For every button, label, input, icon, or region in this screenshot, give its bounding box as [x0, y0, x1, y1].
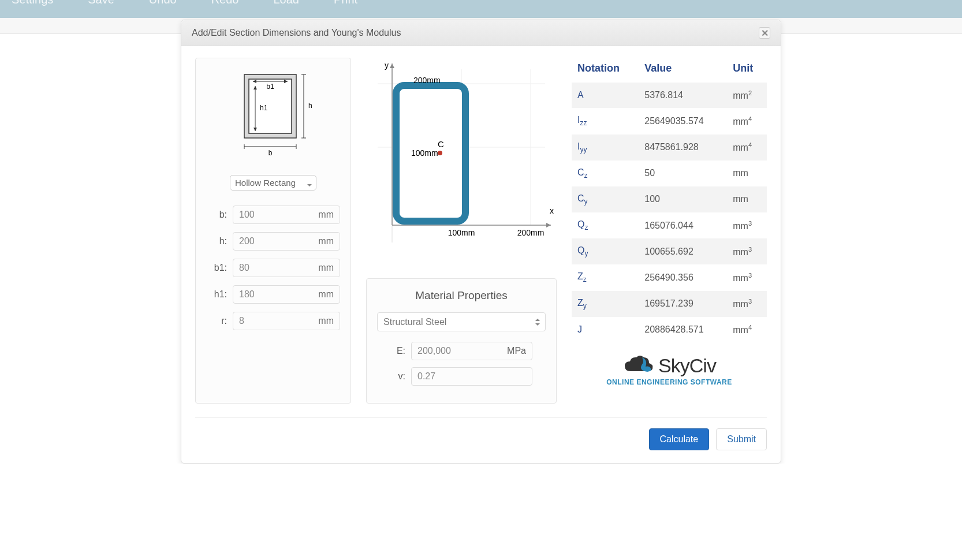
prop-value: 50 [639, 160, 727, 186]
svg-point-30 [438, 151, 442, 155]
logo-tagline: ONLINE ENGINEERING SOFTWARE [572, 378, 767, 386]
prop-value: 100655.692 [639, 238, 727, 264]
mat-input-E[interactable] [417, 346, 481, 356]
prop-value: 25649035.574 [639, 108, 727, 134]
dim-input-b[interactable] [239, 210, 279, 220]
menu-redo[interactable]: Redo [211, 0, 239, 6]
mat-unit: MPa [507, 346, 526, 356]
prop-unit: mm4 [727, 108, 767, 134]
col-unit: Unit [727, 58, 767, 83]
svg-text:200mm: 200mm [517, 228, 545, 237]
prop-notation: Izz [572, 108, 639, 134]
prop-unit: mm2 [727, 83, 767, 108]
prop-value: 8475861.928 [639, 135, 727, 160]
calculate-button[interactable]: Calculate [649, 428, 710, 450]
table-row: A 5376.814 mm2 [572, 83, 767, 108]
svg-text:100mm: 100mm [448, 228, 475, 237]
menu-settings[interactable]: Settings [12, 0, 53, 6]
svg-marker-26 [390, 64, 394, 68]
table-row: Qz 165076.044 mm3 [572, 212, 767, 238]
prop-value: 100 [639, 186, 727, 212]
prop-unit: mm [727, 186, 767, 212]
dim-input-h1[interactable] [239, 289, 279, 300]
col-value: Value [639, 58, 727, 83]
svg-text:h1: h1 [260, 104, 268, 112]
mat-input-v[interactable] [417, 371, 481, 382]
menu-print[interactable]: Print [334, 0, 357, 6]
dim-unit: mm [318, 289, 334, 300]
submit-button[interactable]: Submit [716, 428, 767, 450]
prop-notation: Cz [572, 160, 639, 186]
prop-unit: mm3 [727, 264, 767, 290]
svg-text:200mm: 200mm [413, 76, 441, 85]
table-row: Iyy 8475861.928 mm4 [572, 135, 767, 160]
section-dialog: Add/Edit Section Dimensions and Young's … [181, 20, 781, 464]
dim-input-h[interactable] [239, 236, 279, 247]
svg-text:b1: b1 [266, 83, 274, 91]
dim-label: b1: [206, 263, 233, 273]
svg-marker-24 [546, 223, 551, 227]
dialog-header: Add/Edit Section Dimensions and Young's … [181, 20, 781, 46]
prop-unit: mm3 [727, 238, 767, 264]
svg-text:C: C [438, 139, 444, 149]
prop-unit: mm [727, 160, 767, 186]
logo-text: SkyCiv [658, 354, 716, 377]
material-panel: Material Properties Structural Steel E: … [366, 278, 557, 404]
material-select[interactable]: Structural Steel [377, 312, 546, 331]
shape-type-select[interactable]: Hollow Rectang [230, 175, 316, 191]
table-row: J 20886428.571 mm4 [572, 317, 767, 342]
svg-text:x: x [550, 206, 554, 215]
prop-notation: Qy [572, 238, 639, 264]
table-row: Qy 100655.692 mm3 [572, 238, 767, 264]
shape-diagram: b1 h1 h b [206, 69, 340, 167]
svg-text:y: y [385, 61, 389, 70]
table-row: Zy 169517.239 mm3 [572, 291, 767, 317]
dim-label: b: [206, 210, 233, 220]
dialog-footer: Calculate Submit [195, 417, 767, 463]
close-icon[interactable]: ✕ [759, 27, 770, 39]
prop-notation: Zz [572, 264, 639, 290]
prop-notation: Iyy [572, 135, 639, 160]
table-row: Zz 256490.356 mm3 [572, 264, 767, 290]
col-notation: Notation [572, 58, 639, 83]
svg-text:100mm: 100mm [411, 148, 438, 158]
properties-table: Notation Value Unit A 5376.814 mm2Izz 25… [572, 58, 767, 342]
top-menu-bar: Settings Save Undo Redo Load Print [0, 0, 962, 18]
prop-value: 165076.044 [639, 212, 727, 238]
menu-save[interactable]: Save [88, 0, 114, 6]
prop-unit: mm3 [727, 291, 767, 317]
svg-text:h: h [308, 102, 312, 110]
prop-notation: A [572, 83, 639, 108]
svg-text:b: b [269, 149, 273, 157]
dim-label: r: [206, 316, 233, 326]
section-plot: y x C 100mm 200mm 100mm 200mm [366, 58, 557, 248]
prop-notation: Qz [572, 212, 639, 238]
menu-undo[interactable]: Undo [149, 0, 177, 6]
mat-label: E: [390, 346, 411, 356]
dim-label: h1: [206, 289, 233, 300]
dim-unit: mm [318, 236, 334, 247]
cloud-icon [622, 354, 655, 377]
menu-load[interactable]: Load [273, 0, 299, 6]
prop-unit: mm4 [727, 317, 767, 342]
prop-notation: Zy [572, 291, 639, 317]
properties-column: Notation Value Unit A 5376.814 mm2Izz 25… [572, 58, 767, 404]
dim-input-r[interactable] [239, 316, 279, 326]
dim-unit: mm [318, 316, 334, 326]
dim-input-b1[interactable] [239, 263, 279, 273]
dim-label: h: [206, 236, 233, 247]
dim-unit: mm [318, 210, 334, 220]
prop-unit: mm3 [727, 212, 767, 238]
table-row: Cz 50 mm [572, 160, 767, 186]
prop-value: 5376.814 [639, 83, 727, 108]
material-title: Material Properties [377, 289, 546, 302]
mat-label: v: [390, 371, 411, 382]
prop-notation: J [572, 317, 639, 342]
prop-value: 256490.356 [639, 264, 727, 290]
dim-unit: mm [318, 263, 334, 273]
dialog-title: Add/Edit Section Dimensions and Young's … [192, 28, 401, 38]
logo: SkyCiv ONLINE ENGINEERING SOFTWARE [572, 354, 767, 386]
dimensions-panel: b1 h1 h b Hollow Rectang [195, 58, 351, 404]
prop-notation: Cy [572, 186, 639, 212]
table-row: Cy 100 mm [572, 186, 767, 212]
